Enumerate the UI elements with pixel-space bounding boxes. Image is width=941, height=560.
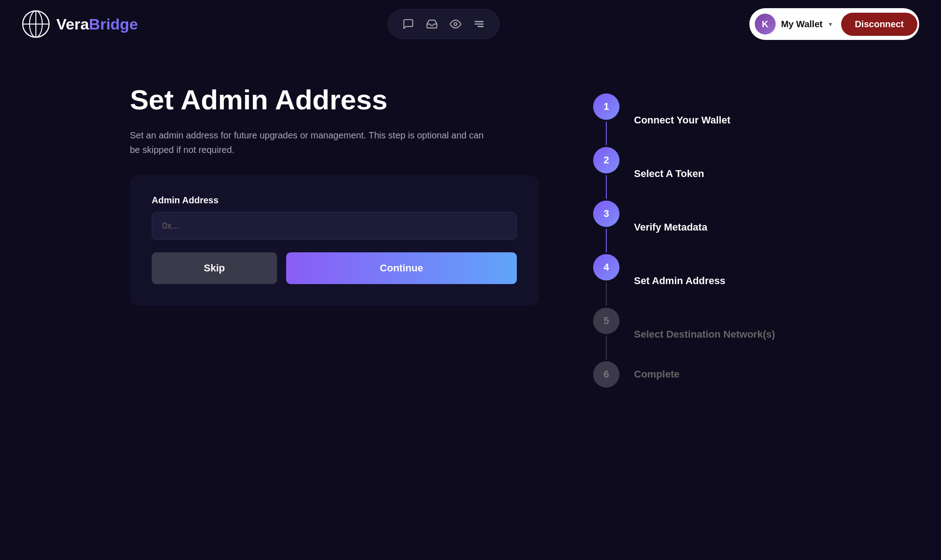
admin-address-input[interactable] xyxy=(152,212,517,240)
step-4-label: Set Admin Address xyxy=(634,275,725,287)
step-6-right: Complete xyxy=(619,361,679,388)
chat-icon[interactable] xyxy=(398,14,418,34)
step-6: 6 Complete xyxy=(593,361,775,388)
logo-area: VeraBridge xyxy=(22,10,138,38)
eye-icon[interactable] xyxy=(446,14,466,34)
step-4: 4 Set Admin Address xyxy=(593,254,775,308)
step-4-right: Set Admin Address xyxy=(619,254,725,308)
main-content: Set Admin Address Set an admin address f… xyxy=(0,48,941,406)
step-5-right: Select Destination Network(s) xyxy=(619,308,775,361)
step-2-connector xyxy=(606,175,607,199)
step-4-left: 4 xyxy=(593,254,619,308)
step-3-right: Verify Metadata xyxy=(619,201,707,254)
menu-icon[interactable] xyxy=(469,14,489,34)
step-2-left: 2 xyxy=(593,147,619,201)
step-3-circle: 3 xyxy=(593,201,619,227)
continue-button[interactable]: Continue xyxy=(286,252,517,284)
steps-list: 1 Connect Your Wallet 2 Select A Token xyxy=(593,93,775,388)
svg-point-4 xyxy=(454,23,457,26)
step-2: 2 Select A Token xyxy=(593,147,775,201)
step-4-connector xyxy=(606,282,607,306)
logo-text: VeraBridge xyxy=(56,15,138,33)
disconnect-button[interactable]: Disconnect xyxy=(841,13,917,36)
header: VeraBridge xyxy=(0,0,941,48)
step-5: 5 Select Destination Network(s) xyxy=(593,308,775,361)
step-5-connector xyxy=(606,336,607,359)
step-3-left: 3 xyxy=(593,201,619,254)
step-3-label: Verify Metadata xyxy=(634,221,707,233)
left-panel: Set Admin Address Set an admin address f… xyxy=(130,84,539,306)
page-title: Set Admin Address xyxy=(130,84,539,115)
step-2-right: Select A Token xyxy=(619,147,704,201)
step-1-circle: 1 xyxy=(593,93,619,120)
steps-panel: 1 Connect Your Wallet 2 Select A Token xyxy=(593,84,811,388)
step-1-label: Connect Your Wallet xyxy=(634,114,730,126)
step-5-label: Select Destination Network(s) xyxy=(634,329,775,340)
step-1: 1 Connect Your Wallet xyxy=(593,93,775,147)
step-1-connector xyxy=(606,122,607,145)
button-row: Skip Continue xyxy=(152,252,517,284)
nav-icons xyxy=(388,9,500,39)
step-2-circle: 2 xyxy=(593,147,619,173)
field-label: Admin Address xyxy=(152,195,517,206)
step-4-circle: 4 xyxy=(593,254,619,280)
step-1-left: 1 xyxy=(593,93,619,147)
step-1-right: Connect Your Wallet xyxy=(619,93,730,147)
skip-button[interactable]: Skip xyxy=(152,252,277,284)
step-6-circle: 6 xyxy=(593,361,619,388)
step-6-left: 6 xyxy=(593,361,619,388)
step-3-connector xyxy=(606,229,607,252)
step-5-left: 5 xyxy=(593,308,619,361)
page-description: Set an admin address for future upgrades… xyxy=(130,128,484,157)
logo-bridge: Bridge xyxy=(89,15,138,33)
wallet-area: K My Wallet ▾ Disconnect xyxy=(749,8,919,40)
step-6-label: Complete xyxy=(634,368,679,380)
avatar: K xyxy=(755,14,776,34)
inbox-icon[interactable] xyxy=(422,14,442,34)
logo-icon xyxy=(22,10,50,38)
logo-vera: Vera xyxy=(56,15,89,33)
chevron-down-icon: ▾ xyxy=(829,20,832,28)
step-3: 3 Verify Metadata xyxy=(593,201,775,254)
step-2-label: Select A Token xyxy=(634,168,704,180)
step-5-circle: 5 xyxy=(593,308,619,334)
wallet-name: My Wallet xyxy=(781,19,823,29)
form-card: Admin Address Skip Continue xyxy=(130,175,539,306)
wallet-button[interactable]: K My Wallet ▾ xyxy=(751,10,842,38)
